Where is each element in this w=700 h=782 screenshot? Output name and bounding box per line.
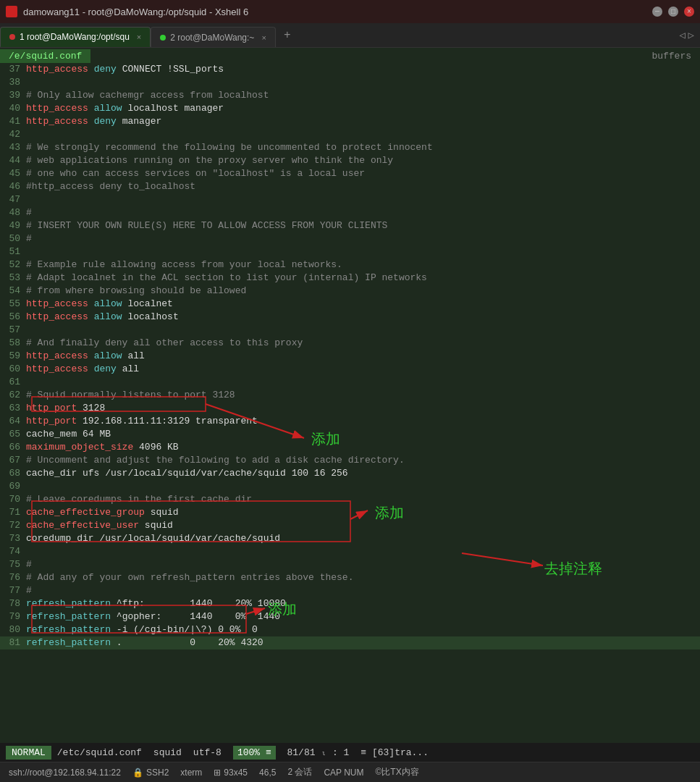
editor-area: /e/squid.conf buffers 37http_access deny… <box>0 48 700 743</box>
code-line-40: 40http_access allow localhost manager <box>0 102 700 115</box>
line-text: # web applications running on the proxy … <box>26 154 700 167</box>
line-text: http_port 3128 <box>26 402 700 415</box>
line-text: # Add any of your own refresh_pattern en… <box>26 571 700 584</box>
status-mode: NORMAL <box>6 746 51 760</box>
filepath-label: /e/squid.conf <box>0 49 90 63</box>
line-text: cache_effective_group squid <box>26 506 700 519</box>
code-line-54: 54# from where browsing should be allowe… <box>0 285 700 298</box>
line-number: 49 <box>0 219 26 232</box>
tab-dot-2 <box>160 35 166 41</box>
maximize-button[interactable]: □ <box>668 7 678 17</box>
line-number: 66 <box>0 441 26 454</box>
line-text: http_access allow localhost <box>26 311 700 324</box>
line-number: 47 <box>0 193 26 206</box>
add-tab-button[interactable]: + <box>279 27 296 44</box>
line-text: refresh_pattern ^ftp: 1440 20% 10080 <box>26 597 700 610</box>
line-text: # Only allow cachemgr access from localh… <box>26 89 700 102</box>
line-number: 73 <box>0 532 26 545</box>
size-info: ⊞ 93x45 <box>214 768 248 778</box>
code-line-50: 50# <box>0 232 700 245</box>
lines-container: 37http_access deny CONNECT !SSL_ports38 … <box>0 63 700 649</box>
filepath-bar: /e/squid.conf buffers <box>0 48 700 63</box>
code-line-53: 53# Adapt localnet in the ACL section to… <box>0 272 700 285</box>
line-number: 70 <box>0 493 26 506</box>
line-number: 68 <box>0 467 26 480</box>
line-text: # Uncomment and adjust the following to … <box>26 454 700 467</box>
line-number: 43 <box>0 141 26 154</box>
close-button[interactable]: × <box>684 7 694 17</box>
line-number: 80 <box>0 623 26 636</box>
window-controls: ─ □ × <box>652 7 694 17</box>
line-text: # Leave coredumps in the first cache dir <box>26 493 700 506</box>
line-text <box>26 545 700 558</box>
tab-prev-icon[interactable]: ◁ <box>679 29 685 41</box>
sessions-info: 2 会话 <box>287 766 312 778</box>
line-number: 69 <box>0 480 26 493</box>
tab-1-close[interactable]: × <box>137 33 141 41</box>
line-number: 50 <box>0 232 26 245</box>
tab-2-close[interactable]: × <box>261 33 266 42</box>
line-number: 74 <box>0 545 26 558</box>
line-number: 45 <box>0 167 26 180</box>
status-percent: 100% ≡ <box>233 746 276 760</box>
sessions-value: 2 会话 <box>287 766 312 778</box>
tab-2[interactable]: 2 root@DaMoWang:~ × <box>151 27 276 47</box>
line-number: 72 <box>0 519 26 532</box>
ssh-info: ssh://root@192.168.94.11:22 <box>9 768 121 778</box>
line-text: # one who can access services on "localh… <box>26 167 700 180</box>
line-text: http_port 192.168.111.11:3129 transparen… <box>26 415 700 428</box>
line-text <box>26 324 700 337</box>
code-line-57: 57 <box>0 324 700 337</box>
tab-1[interactable]: 1 root@DaMoWang:/opt/squ × <box>0 27 151 47</box>
code-line-69: 69 <box>0 480 700 493</box>
line-text: #http_access deny to_localhost <box>26 180 700 193</box>
term-info: xterm <box>180 768 202 778</box>
line-number: 46 <box>0 180 26 193</box>
protocol-label: 🔒 <box>132 768 143 778</box>
code-line-76: 76# Add any of your own refresh_pattern … <box>0 571 700 584</box>
code-line-79: 79refresh_pattern ^gopher: 1440 0% 1440 <box>0 610 700 623</box>
buffers-label: buffers <box>651 51 700 62</box>
line-text: http_access deny manager <box>26 115 700 128</box>
line-number: 67 <box>0 454 26 467</box>
line-number: 75 <box>0 558 26 571</box>
line-text: # <box>26 206 700 219</box>
code-line-77: 77# <box>0 584 700 597</box>
line-text: maximum_object_size 4096 KB <box>26 441 700 454</box>
line-number: 78 <box>0 597 26 610</box>
code-line-45: 45# one who can access services on "loca… <box>0 167 700 180</box>
line-number: 40 <box>0 102 26 115</box>
code-line-51: 51 <box>0 245 700 258</box>
term-value: xterm <box>180 768 202 778</box>
code-line-62: 62# Squid normally listens to port 3128 <box>0 389 700 402</box>
code-line-67: 67# Uncomment and adjust the following t… <box>0 454 700 467</box>
line-number: 38 <box>0 76 26 89</box>
line-text: # Squid normally listens to port 3128 <box>26 389 700 402</box>
line-number: 37 <box>0 63 26 76</box>
protocol-info: 🔒 SSH2 <box>132 768 169 778</box>
code-line-59: 59http_access allow all <box>0 350 700 363</box>
line-text <box>26 128 700 141</box>
code-content: 37http_access deny CONNECT !SSL_ports38 … <box>0 63 700 743</box>
code-line-68: 68cache_dir ufs /usr/local/squid/var/cac… <box>0 467 700 480</box>
app-icon <box>6 6 17 17</box>
code-line-65: 65cache_mem 64 MB <box>0 428 700 441</box>
line-text: # And finally deny all other access to t… <box>26 337 700 350</box>
minimize-button[interactable]: ─ <box>652 7 662 17</box>
code-line-43: 43# We strongly recommend the following … <box>0 141 700 154</box>
code-line-63: 63http_port 3128 <box>0 402 700 415</box>
line-text: # <box>26 232 700 245</box>
line-text: # from where browsing should be allowed <box>26 285 700 298</box>
code-line-48: 48# <box>0 206 700 219</box>
tab-next-icon[interactable]: ▷ <box>688 29 694 41</box>
size-icon: ⊞ <box>214 768 221 778</box>
ssh-path: ssh://root@192.168.94.11:22 <box>9 768 121 778</box>
line-number: 48 <box>0 206 26 219</box>
line-number: 79 <box>0 610 26 623</box>
line-number: 44 <box>0 154 26 167</box>
code-line-60: 60http_access deny all <box>0 363 700 376</box>
status-path: /etc/squid.conf <box>57 747 142 758</box>
code-line-81: 81refresh_pattern . 0 20% 4320 <box>0 636 700 649</box>
code-line-55: 55http_access allow localnet <box>0 298 700 311</box>
line-text: # Example rule allowing access from your… <box>26 258 700 272</box>
